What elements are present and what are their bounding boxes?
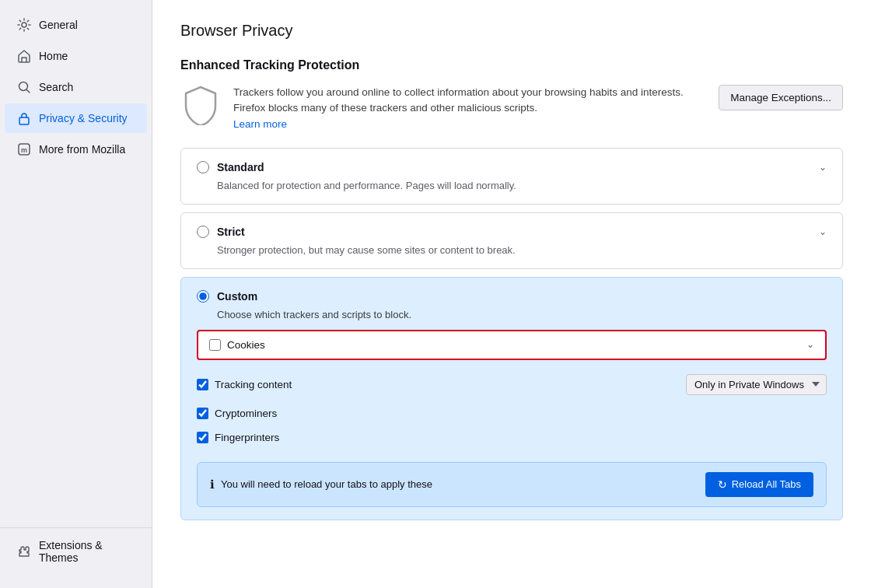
- standard-label: Standard: [217, 161, 264, 173]
- sidebar-item-general[interactable]: General: [5, 10, 147, 40]
- etp-description-row: Trackers follow you around online to col…: [180, 85, 843, 132]
- sidebar-item-home[interactable]: Home: [5, 41, 147, 71]
- learn-more-link[interactable]: Learn more: [233, 118, 287, 130]
- puzzle-icon: [17, 544, 31, 558]
- fingerprinters-label: Fingerprinters: [215, 432, 279, 443]
- svg-point-0: [22, 23, 26, 27]
- sidebar-item-privacy[interactable]: Privacy & Security: [5, 103, 147, 133]
- shield-icon: [180, 85, 221, 125]
- custom-option: Custom Choose which trackers and scripts…: [180, 277, 843, 520]
- svg-rect-3: [19, 117, 29, 124]
- section-title: Enhanced Tracking Protection: [180, 58, 843, 72]
- tracking-content-row: Tracking content In all Windows Only in …: [197, 368, 827, 401]
- mozilla-icon: m: [17, 142, 31, 156]
- search-icon: [17, 80, 31, 94]
- sidebar-item-extensions-label: Extensions & Themes: [39, 539, 135, 564]
- tracking-content-label: Tracking content: [215, 379, 292, 390]
- cryptominers-checkbox[interactable]: [197, 408, 208, 419]
- sidebar-item-privacy-label: Privacy & Security: [39, 112, 128, 124]
- strict-label: Strict: [217, 226, 245, 238]
- lock-icon: [17, 111, 31, 125]
- cookies-checkbox[interactable]: [209, 339, 221, 351]
- custom-label: Custom: [217, 290, 257, 303]
- reload-banner: ℹ You will need to reload your tabs to a…: [197, 462, 827, 507]
- sidebar-item-search[interactable]: Search: [5, 72, 147, 102]
- reload-all-tabs-button[interactable]: ↻ Reload All Tabs: [705, 472, 813, 497]
- manage-exceptions-button[interactable]: Manage Exceptions...: [719, 85, 843, 110]
- cookies-row: Cookies ⌄: [197, 330, 827, 360]
- custom-desc: Choose which trackers and scripts to blo…: [217, 309, 827, 320]
- home-icon: [17, 49, 31, 63]
- standard-option: Standard ⌄ Balanced for protection and p…: [180, 148, 843, 205]
- reload-icon: ↻: [718, 478, 727, 491]
- sidebar-item-search-label: Search: [39, 81, 73, 93]
- svg-line-2: [27, 90, 30, 93]
- etp-text: Trackers follow you around online to col…: [233, 85, 706, 132]
- sidebar: General Home Search: [0, 0, 152, 588]
- strict-desc: Stronger protection, but may cause some …: [217, 244, 827, 256]
- sidebar-nav: General Home Search: [0, 9, 152, 165]
- cookies-label: Cookies: [227, 339, 265, 351]
- sidebar-item-mozilla[interactable]: m More from Mozilla: [5, 135, 147, 164]
- tracking-content-checkbox[interactable]: [197, 379, 208, 390]
- standard-chevron-icon: ⌄: [819, 162, 827, 173]
- standard-radio[interactable]: [197, 161, 209, 173]
- page-title: Browser Privacy: [180, 22, 843, 40]
- fingerprinters-checkbox[interactable]: [197, 432, 208, 443]
- svg-point-1: [19, 82, 28, 91]
- cryptominers-label: Cryptominers: [215, 408, 277, 419]
- sidebar-item-mozilla-label: More from Mozilla: [39, 143, 125, 156]
- sidebar-item-extensions[interactable]: Extensions & Themes: [5, 531, 147, 572]
- sidebar-item-home-label: Home: [39, 50, 68, 62]
- svg-text:m: m: [21, 146, 27, 154]
- reload-banner-text: You will need to reload your tabs to app…: [221, 478, 432, 490]
- sidebar-bottom: Extensions & Themes: [0, 524, 152, 579]
- cookies-chevron-icon: ⌄: [806, 339, 814, 350]
- main-content: Browser Privacy Enhanced Tracking Protec…: [152, 0, 871, 588]
- tracking-content-select[interactable]: In all Windows Only in Private Windows: [686, 374, 827, 395]
- standard-desc: Balanced for protection and performance.…: [217, 180, 827, 191]
- cryptominers-row: Cryptominers: [197, 401, 827, 425]
- info-icon: ℹ: [210, 478, 215, 492]
- strict-chevron-icon: ⌄: [819, 226, 827, 237]
- strict-radio[interactable]: [197, 226, 209, 238]
- gear-icon: [17, 18, 31, 32]
- fingerprinters-row: Fingerprinters: [197, 425, 827, 450]
- custom-radio[interactable]: [197, 290, 209, 303]
- strict-option: Strict ⌄ Stronger protection, but may ca…: [180, 212, 843, 269]
- sidebar-item-general-label: General: [39, 19, 78, 31]
